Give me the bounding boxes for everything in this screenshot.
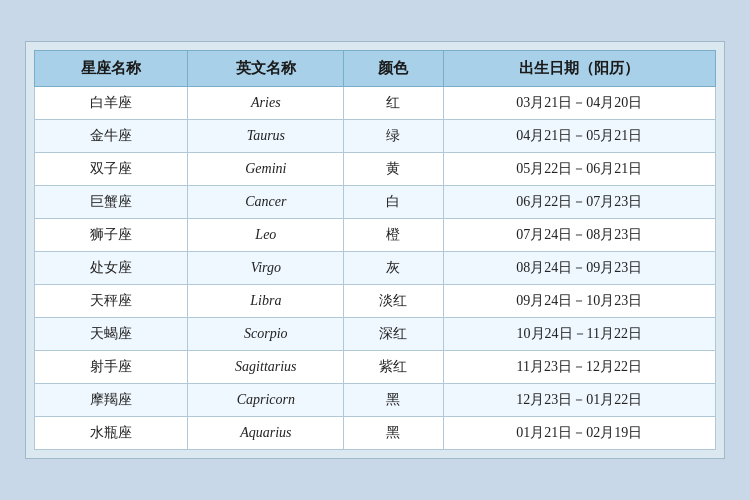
table-cell: 10月24日－11月22日 [443, 318, 715, 351]
table-row: 双子座Gemini黄05月22日－06月21日 [35, 153, 716, 186]
table-cell: Virgo [188, 252, 344, 285]
table-cell: 11月23日－12月22日 [443, 351, 715, 384]
table-header-cell: 星座名称 [35, 51, 188, 87]
table-cell: Cancer [188, 186, 344, 219]
table-cell: 天蝎座 [35, 318, 188, 351]
table-cell: 处女座 [35, 252, 188, 285]
table-cell: 黑 [344, 384, 443, 417]
table-cell: 06月22日－07月23日 [443, 186, 715, 219]
table-body: 白羊座Aries红03月21日－04月20日金牛座Taurus绿04月21日－0… [35, 87, 716, 450]
table-header-cell: 英文名称 [188, 51, 344, 87]
table-cell: 12月23日－01月22日 [443, 384, 715, 417]
table-cell: Aries [188, 87, 344, 120]
table-cell: 射手座 [35, 351, 188, 384]
table-header-cell: 出生日期（阳历） [443, 51, 715, 87]
table-row: 天蝎座Scorpio深红10月24日－11月22日 [35, 318, 716, 351]
table-row: 摩羯座Capricorn黑12月23日－01月22日 [35, 384, 716, 417]
table-row: 白羊座Aries红03月21日－04月20日 [35, 87, 716, 120]
table-cell: 07月24日－08月23日 [443, 219, 715, 252]
table-header-cell: 颜色 [344, 51, 443, 87]
table-cell: 01月21日－02月19日 [443, 417, 715, 450]
table-cell: 淡红 [344, 285, 443, 318]
table-cell: Libra [188, 285, 344, 318]
table-cell: 橙 [344, 219, 443, 252]
table-cell: 紫红 [344, 351, 443, 384]
table-cell: Scorpio [188, 318, 344, 351]
table-row: 金牛座Taurus绿04月21日－05月21日 [35, 120, 716, 153]
table-cell: 巨蟹座 [35, 186, 188, 219]
table-cell: 黑 [344, 417, 443, 450]
table-row: 巨蟹座Cancer白06月22日－07月23日 [35, 186, 716, 219]
table-cell: 天秤座 [35, 285, 188, 318]
table-cell: 双子座 [35, 153, 188, 186]
table-cell: Taurus [188, 120, 344, 153]
table-cell: 03月21日－04月20日 [443, 87, 715, 120]
table-cell: 狮子座 [35, 219, 188, 252]
table-cell: 红 [344, 87, 443, 120]
table-row: 天秤座Libra淡红09月24日－10月23日 [35, 285, 716, 318]
table-row: 射手座Sagittarius紫红11月23日－12月22日 [35, 351, 716, 384]
table-cell: Aquarius [188, 417, 344, 450]
table-cell: Capricorn [188, 384, 344, 417]
table-header-row: 星座名称英文名称颜色出生日期（阳历） [35, 51, 716, 87]
zodiac-table: 星座名称英文名称颜色出生日期（阳历） 白羊座Aries红03月21日－04月20… [34, 50, 716, 450]
table-row: 水瓶座Aquarius黑01月21日－02月19日 [35, 417, 716, 450]
table-cell: 05月22日－06月21日 [443, 153, 715, 186]
table-cell: 08月24日－09月23日 [443, 252, 715, 285]
table-cell: 摩羯座 [35, 384, 188, 417]
table-cell: 04月21日－05月21日 [443, 120, 715, 153]
table-cell: 黄 [344, 153, 443, 186]
table-cell: Sagittarius [188, 351, 344, 384]
table-cell: 白 [344, 186, 443, 219]
table-cell: 水瓶座 [35, 417, 188, 450]
table-cell: 白羊座 [35, 87, 188, 120]
table-cell: 09月24日－10月23日 [443, 285, 715, 318]
table-container: 星座名称英文名称颜色出生日期（阳历） 白羊座Aries红03月21日－04月20… [25, 41, 725, 459]
table-cell: 绿 [344, 120, 443, 153]
table-cell: Leo [188, 219, 344, 252]
table-cell: Gemini [188, 153, 344, 186]
table-cell: 灰 [344, 252, 443, 285]
table-row: 狮子座Leo橙07月24日－08月23日 [35, 219, 716, 252]
table-row: 处女座Virgo灰08月24日－09月23日 [35, 252, 716, 285]
table-cell: 深红 [344, 318, 443, 351]
table-cell: 金牛座 [35, 120, 188, 153]
